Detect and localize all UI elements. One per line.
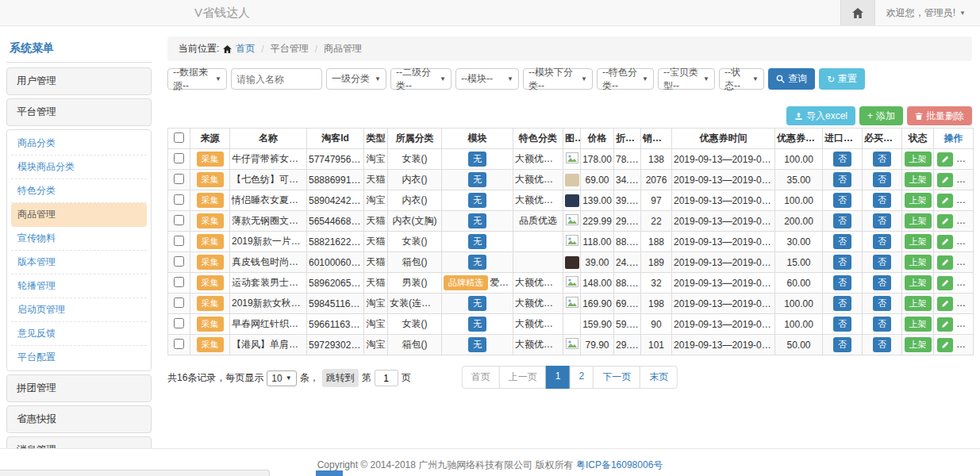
filter-select-level2-category[interactable]: --二级分类--▼ xyxy=(390,68,452,90)
status-toggle[interactable]: 上架 xyxy=(905,152,932,166)
sidebar-submenu-item[interactable]: 商品分类 xyxy=(11,132,147,155)
import-excel-button[interactable]: 导入excel xyxy=(786,106,855,125)
sidebar-submenu-item[interactable]: 商品管理 xyxy=(11,203,147,227)
select-all-checkbox[interactable] xyxy=(174,132,184,143)
status-toggle[interactable]: 上架 xyxy=(905,317,932,331)
must-buy-toggle[interactable]: 否 xyxy=(873,234,891,248)
row-checkbox[interactable] xyxy=(174,236,184,246)
edit-button[interactable] xyxy=(937,235,953,249)
pager-item[interactable]: 下一页 xyxy=(593,366,640,389)
status-toggle[interactable]: 上架 xyxy=(905,296,932,310)
imported-toggle[interactable]: 否 xyxy=(833,275,851,290)
row-checkbox[interactable] xyxy=(174,339,184,349)
filter-input-wrap xyxy=(231,68,322,90)
must-buy-toggle[interactable]: 否 xyxy=(873,337,891,351)
filter-select-level1-category[interactable]: 一级分类▼ xyxy=(326,68,386,90)
source-badge: 采集 xyxy=(197,337,224,351)
pager-item[interactable]: 2 xyxy=(570,366,594,389)
filter-select-data-source[interactable]: --数据来源--▼ xyxy=(167,68,227,90)
must-buy-toggle[interactable]: 否 xyxy=(873,193,891,207)
status-toggle[interactable]: 上架 xyxy=(905,337,932,351)
home-button[interactable] xyxy=(840,0,875,25)
status-toggle[interactable]: 上架 xyxy=(905,172,932,186)
sidebar-submenu-item[interactable]: 轮播管理 xyxy=(11,274,147,298)
jump-page-input[interactable] xyxy=(375,370,398,386)
edit-button[interactable] xyxy=(937,297,953,311)
icon-cell xyxy=(563,335,581,355)
must-buy-toggle[interactable]: 否 xyxy=(873,317,891,331)
sidebar-submenu-item[interactable]: 宣传物料 xyxy=(11,227,147,251)
row-checkbox[interactable] xyxy=(174,298,184,308)
sidebar-submenu-item[interactable]: 模块商品分类 xyxy=(11,155,147,179)
must-buy-toggle[interactable]: 否 xyxy=(873,172,891,186)
row-checkbox[interactable] xyxy=(174,174,184,184)
must-buy-toggle[interactable]: 否 xyxy=(873,275,891,290)
user-menu[interactable]: 欢迎您，管理员! ▼ xyxy=(875,0,980,25)
filter-select-module-subcategory[interactable]: --模块下分类--▼ xyxy=(523,68,593,90)
imported-toggle[interactable]: 否 xyxy=(833,152,851,166)
edit-button[interactable] xyxy=(937,276,953,290)
row-checkbox[interactable] xyxy=(174,194,184,205)
edit-button[interactable] xyxy=(937,152,953,167)
scrollbar-thumb[interactable] xyxy=(316,470,343,476)
icon-cell xyxy=(563,252,581,273)
edit-button[interactable] xyxy=(937,317,953,332)
imported-toggle[interactable]: 否 xyxy=(833,193,851,207)
edit-button[interactable] xyxy=(937,255,953,270)
sales-count-cell: 188 xyxy=(641,232,672,252)
status-toggle[interactable]: 上架 xyxy=(905,234,932,248)
page-size-select[interactable]: 10▼ xyxy=(267,370,296,386)
search-button[interactable]: 查询 xyxy=(768,68,815,90)
status-toggle[interactable]: 上架 xyxy=(905,275,932,290)
edit-button[interactable] xyxy=(937,338,953,352)
filter-select-module[interactable]: --模块--▼ xyxy=(455,68,519,90)
must-buy-toggle[interactable]: 否 xyxy=(873,152,891,166)
pager-item[interactable]: 首页 xyxy=(462,366,500,389)
reset-button[interactable]: ↻ 重置 xyxy=(819,68,865,90)
must-buy-toggle[interactable]: 否 xyxy=(873,255,891,269)
filter-select-status[interactable]: --状态--▼ xyxy=(719,68,764,90)
status-toggle[interactable]: 上架 xyxy=(905,255,932,269)
row-checkbox[interactable] xyxy=(174,153,184,163)
filter-select-feature-category[interactable]: --特色分类--▼ xyxy=(597,68,654,90)
imported-toggle[interactable]: 否 xyxy=(833,172,851,186)
pager-item[interactable]: 上一页 xyxy=(499,366,547,389)
imported-toggle[interactable]: 否 xyxy=(833,296,851,310)
imported-toggle[interactable]: 否 xyxy=(833,255,851,269)
sidebar-submenu-item[interactable]: 平台配置 xyxy=(11,346,147,369)
pager-item[interactable]: 末页 xyxy=(640,366,678,389)
filter-select-item-type[interactable]: --宝贝类型--▼ xyxy=(658,68,715,90)
imported-toggle[interactable]: 否 xyxy=(833,213,851,228)
imported-toggle[interactable]: 否 xyxy=(833,234,851,248)
icon-cell xyxy=(563,314,581,335)
sidebar-submenu-item[interactable]: 特色分类 xyxy=(11,179,147,203)
sidebar-panel[interactable]: 用户管理 xyxy=(6,67,152,95)
status-toggle[interactable]: 上架 xyxy=(905,193,932,207)
imported-toggle[interactable]: 否 xyxy=(833,337,851,351)
sidebar-submenu-item[interactable]: 启动页管理 xyxy=(11,298,147,322)
must-buy-toggle[interactable]: 否 xyxy=(873,296,891,310)
edit-button[interactable] xyxy=(937,173,953,187)
status-toggle[interactable]: 上架 xyxy=(905,213,932,228)
imported-toggle[interactable]: 否 xyxy=(833,317,851,331)
sidebar-panel[interactable]: 平台管理 xyxy=(6,98,152,126)
category-cell: 箱包() xyxy=(388,335,442,355)
sidebar-submenu-item[interactable]: 意见反馈 xyxy=(11,322,147,346)
sidebar-submenu-item[interactable]: 版本管理 xyxy=(11,251,147,274)
sidebar-panel[interactable]: 拼团管理 xyxy=(6,374,152,402)
edit-button[interactable] xyxy=(937,194,953,208)
breadcrumb-home-link[interactable]: 首页 xyxy=(236,42,255,56)
pager-item[interactable]: 1 xyxy=(546,366,571,389)
batch-delete-button[interactable]: 批量删除 xyxy=(907,106,972,125)
sidebar-panel[interactable]: 省惠快报 xyxy=(6,405,152,433)
icp-link[interactable]: 粤ICP备16098006号 xyxy=(576,459,663,470)
jump-button[interactable]: 跳转到 xyxy=(322,369,359,387)
filter-input-product-name[interactable] xyxy=(236,74,317,85)
row-checkbox[interactable] xyxy=(174,215,184,225)
must-buy-toggle[interactable]: 否 xyxy=(873,213,891,228)
row-checkbox[interactable] xyxy=(174,256,184,267)
add-button[interactable]: + 添加 xyxy=(859,106,903,125)
row-checkbox[interactable] xyxy=(174,318,184,328)
row-checkbox[interactable] xyxy=(174,277,184,287)
edit-button[interactable] xyxy=(937,214,953,228)
